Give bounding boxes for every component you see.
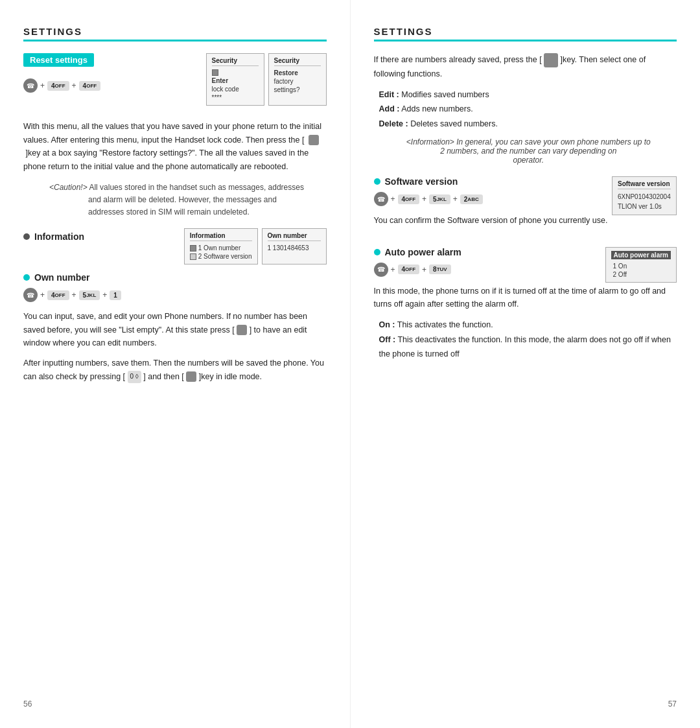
- key-4off-3: 4 OFF: [47, 290, 69, 300]
- security-screen-1: Security Enter lock code ****: [206, 53, 264, 106]
- left-section-title: SETTINGS: [23, 26, 327, 41]
- auto-power-dot: [374, 249, 380, 255]
- own-number-title: Own number: [34, 272, 90, 283]
- software-version-dot: [374, 178, 380, 185]
- auto-power-screen: Auto power alarm 1 On 2 Off: [605, 247, 677, 283]
- key-8tuv: 8 TUV: [429, 264, 451, 274]
- key-2abc: 2 ABC: [460, 194, 483, 204]
- software-version-body: You can confirm the Software version of …: [374, 214, 608, 228]
- own-number-body: You can input, save, and edit your own P…: [23, 310, 327, 350]
- auto-power-alarm-section: Auto power alarm ☎ + 4 OFF + 8 TUV Auto …: [374, 247, 677, 362]
- security-screen-2: Security Restore factory settings?: [268, 53, 327, 106]
- auto-power-key-sequence: ☎ + 4 OFF + 8 TUV: [374, 263, 461, 277]
- reset-screens: Security Enter lock code **** Security R…: [206, 53, 327, 106]
- software-version-screen: Software version 6XNP0104302004 TLION ve…: [612, 176, 677, 215]
- information-section: Information Information 1 Own number 2 S…: [23, 231, 327, 383]
- phone-key-2: ☎: [23, 288, 38, 302]
- reset-settings-section: Reset settings ☎ + 4 OFF + 4 OFF Securit…: [23, 53, 327, 218]
- own-number-section: Own number ☎ + 4 OFF + 5 JKL + 1 You can…: [23, 272, 327, 383]
- caution-text: <Caution!> All values stored in the hand…: [23, 182, 327, 219]
- key-4off: 4 OFF: [47, 81, 69, 91]
- right-section-title: SETTINGS: [374, 26, 677, 41]
- page-number-left: 56: [23, 699, 32, 709]
- right-page: SETTINGS If there are numbers already sa…: [351, 0, 701, 728]
- key-4off-4: 4 OFF: [398, 194, 420, 204]
- information-dot: [23, 233, 30, 240]
- reset-body-text: With this menu, all the values that you …: [23, 120, 327, 174]
- key-5jkl-2: 5 JKL: [429, 194, 450, 204]
- page-number-right: 57: [668, 699, 677, 709]
- software-version-key-sequence: ☎ + 4 OFF + 5 JKL + 2 ABC: [374, 192, 608, 206]
- key-5jkl: 5 JKL: [79, 290, 100, 300]
- own-number-continued: If there are numbers already saved, pres…: [374, 53, 677, 165]
- own-number-dot: [23, 274, 30, 281]
- key-4off-2: 4 OFF: [79, 81, 101, 91]
- key-1: 1: [110, 290, 121, 300]
- software-version-section: Software version ☎ + 4 OFF + 5 JKL + 2 A…: [374, 176, 677, 234]
- own-number-key-sequence: ☎ + 4 OFF + 5 JKL + 1: [23, 288, 327, 302]
- key-4off-5: 4 OFF: [398, 264, 420, 274]
- reset-settings-header: Reset settings: [23, 53, 94, 67]
- edit-add-delete: Edit : Modifies saved numbers Add : Adds…: [379, 88, 677, 132]
- information-screens: Information 1 Own number 2 Software vers…: [184, 228, 327, 264]
- own-number-intro: If there are numbers already saved, pres…: [374, 53, 677, 81]
- phone-key-4: ☎: [374, 263, 388, 277]
- info-screen-1: Information 1 Own number 2 Software vers…: [184, 228, 258, 264]
- on-off-descriptions: On : This activates the function. Off : …: [379, 318, 677, 362]
- software-version-header: Software version: [385, 176, 458, 187]
- info-screen-2: Own number 1 1301484653: [262, 228, 327, 264]
- reset-key-sequence: ☎ + 4 OFF + 4 OFF: [23, 78, 100, 93]
- auto-power-body: In this mode, the phone turns on if it i…: [374, 285, 677, 311]
- own-number-body2: After inputting numbers, save them. Then…: [23, 357, 327, 383]
- information-note: <Information> In general, you can save y…: [374, 137, 677, 165]
- information-header: Information: [34, 231, 84, 242]
- phone-key-icon: ☎: [23, 78, 38, 93]
- phone-key-3: ☎: [374, 192, 388, 206]
- auto-power-header: Auto power alarm: [385, 247, 461, 257]
- left-page: SETTINGS Reset settings ☎ + 4 OFF + 4 OF…: [0, 0, 351, 728]
